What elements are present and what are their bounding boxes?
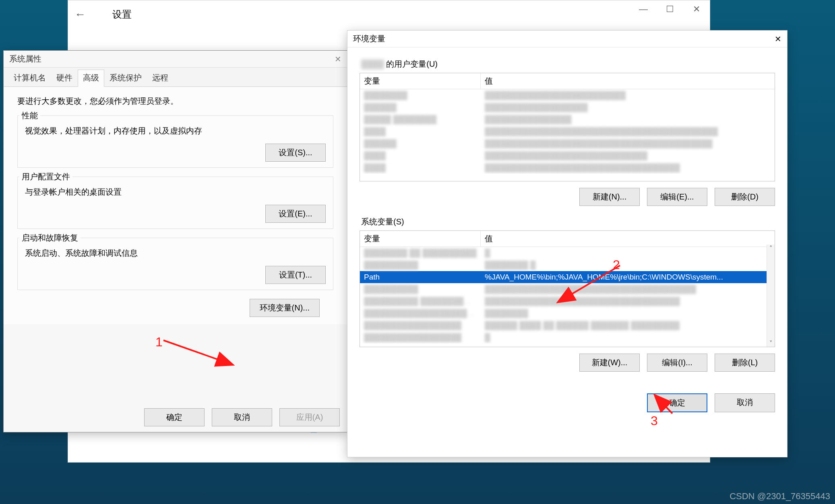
- table-row[interactable]: ██████████████████████████████████: [360, 89, 775, 101]
- cancel-button[interactable]: 取消: [715, 393, 775, 412]
- watermark: CSDN @2301_76355443: [730, 491, 830, 502]
- minimize-icon[interactable]: —: [630, 0, 657, 18]
- ok-button[interactable]: 确定: [144, 408, 205, 426]
- close-icon[interactable]: ✕: [683, 0, 710, 18]
- environment-variables-dialog: 环境变量 ✕ ████ 的用户变量(U) 变量 值 ██████████████…: [347, 30, 787, 457]
- envvars-title: 环境变量: [353, 33, 385, 44]
- user-delete-button[interactable]: 删除(D): [715, 188, 775, 206]
- tab-hardware[interactable]: 硬件: [51, 70, 78, 87]
- col-variable[interactable]: 变量: [360, 231, 481, 247]
- table-row[interactable]: ████████████████████████████████████████…: [360, 125, 775, 138]
- table-row[interactable]: ████████████████████████████████████████…: [360, 283, 775, 295]
- table-row[interactable]: ████████████████████████████████████████…: [360, 138, 775, 150]
- cancel-button[interactable]: 取消: [212, 408, 272, 426]
- startup-settings-button[interactable]: 设置(T)...: [265, 266, 326, 284]
- group-desc: 系统启动、系统故障和调试信息: [25, 248, 326, 259]
- user-vars-label: ████ 的用户变量(U): [361, 59, 775, 70]
- settings-title: 设置: [112, 8, 132, 21]
- table-row[interactable]: ███████████████████: [360, 331, 775, 344]
- table-row[interactable]: ████████████████████████████████: [360, 307, 775, 319]
- maximize-icon[interactable]: ☐: [657, 0, 683, 18]
- group-desc: 与登录帐户相关的桌面设置: [25, 187, 326, 197]
- admin-note: 要进行大多数更改，您必须作为管理员登录。: [17, 96, 333, 107]
- user-new-button[interactable]: 新建(N)...: [579, 188, 640, 206]
- group-title: 性能: [19, 110, 40, 121]
- table-row[interactable]: ██████████████████████████████████: [360, 150, 775, 162]
- desktop: ← 设置 — ☐ ✕ 🗨 获取帮 👤 提供反 系统属性 ✕ 计算机名: [0, 0, 835, 504]
- perf-settings-button[interactable]: 设置(S)...: [265, 144, 326, 162]
- group-title: 用户配置文件: [19, 171, 72, 182]
- system-properties-dialog: 系统属性 ✕ 计算机名 硬件 高级 系统保护 远程 要进行大多数更改，您必须作为…: [3, 50, 347, 432]
- system-vars-list[interactable]: 变量 值 ████████ ██ ███████████████████████…: [360, 230, 775, 347]
- tab-system-protection[interactable]: 系统保护: [104, 70, 147, 87]
- col-variable[interactable]: 变量: [360, 73, 481, 89]
- col-value[interactable]: 值: [481, 73, 775, 89]
- back-icon[interactable]: ←: [68, 2, 92, 27]
- table-row[interactable]: █████████████████████████: [360, 101, 775, 113]
- startup-group: 启动和故障恢复 系统启动、系统故障和调试信息 设置(T)...: [17, 238, 333, 290]
- col-value[interactable]: 值: [481, 231, 775, 247]
- sysprops-tabs: 计算机名 硬件 高级 系统保护 远程: [4, 68, 347, 87]
- table-row[interactable]: ██████████ █████████████████████████████…: [360, 295, 775, 307]
- apply-button[interactable]: 应用(A): [279, 408, 340, 426]
- profile-settings-button[interactable]: 设置(E)...: [265, 205, 326, 223]
- settings-titlebar[interactable]: ← 设置 — ☐ ✕: [68, 0, 710, 29]
- user-edit-button[interactable]: 编辑(E)...: [647, 188, 707, 206]
- sys-delete-button[interactable]: 删除(L): [715, 354, 775, 372]
- sys-edit-button[interactable]: 编辑(I)...: [647, 354, 707, 372]
- table-row[interactable]: ████████████████████████ ████ ██ ██████ …: [360, 319, 775, 331]
- group-title: 启动和故障恢复: [19, 232, 81, 243]
- ok-button[interactable]: 确定: [647, 393, 707, 412]
- table-row[interactable]: Path%JAVA_HOME%\bin;%JAVA_HOME%\jre\bin;…: [360, 271, 775, 283]
- table-row[interactable]: ████████████████████████████████████████: [360, 162, 775, 174]
- table-row[interactable]: █████ ████████████████████████: [360, 113, 775, 125]
- sys-new-button[interactable]: 新建(W)...: [579, 354, 640, 372]
- close-icon[interactable]: ✕: [775, 34, 781, 44]
- scrollbar[interactable]: ˄˅: [767, 245, 775, 347]
- tab-computer-name[interactable]: 计算机名: [8, 70, 51, 87]
- tab-advanced[interactable]: 高级: [78, 70, 104, 87]
- user-vars-list[interactable]: 变量 值 ███████████████████████████████████…: [360, 73, 775, 181]
- group-desc: 视觉效果，处理器计划，内存使用，以及虚拟内存: [25, 125, 326, 136]
- scroll-up-icon: ˄: [769, 245, 773, 252]
- sysprops-title: 系统属性: [9, 53, 41, 64]
- close-icon[interactable]: ✕: [335, 54, 341, 64]
- sys-vars-label: 系统变量(S): [361, 216, 775, 227]
- environment-variables-button[interactable]: 环境变量(N)...: [250, 299, 320, 317]
- profiles-group: 用户配置文件 与登录帐户相关的桌面设置 设置(E)...: [17, 177, 333, 229]
- table-row[interactable]: ██████████████████ █: [360, 259, 775, 271]
- tab-remote[interactable]: 远程: [147, 70, 174, 87]
- table-row[interactable]: ████████ ██ ███████████: [360, 247, 775, 259]
- scroll-down-icon: ˅: [769, 339, 773, 347]
- performance-group: 性能 视觉效果，处理器计划，内存使用，以及虚拟内存 设置(S)...: [17, 115, 333, 168]
